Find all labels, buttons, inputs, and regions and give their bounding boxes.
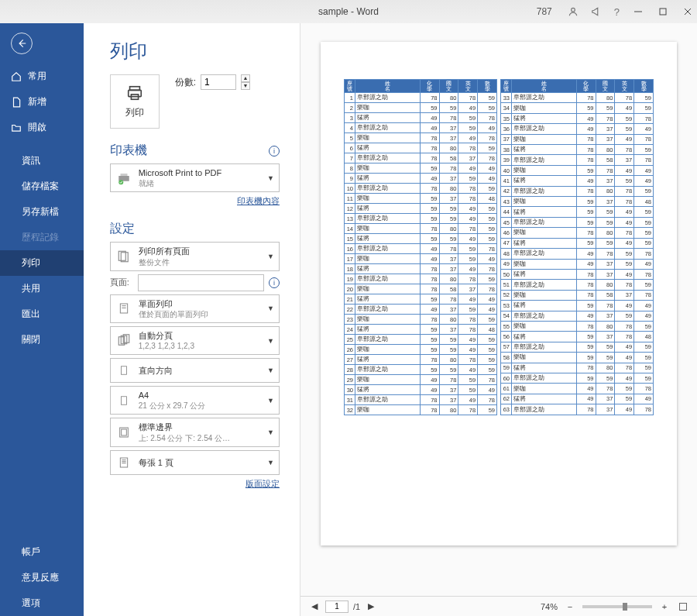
fit-page-button[interactable] — [677, 601, 689, 613]
paper-icon — [115, 392, 132, 409]
printer-properties-link[interactable]: 印表機內容 — [237, 196, 280, 205]
pages-per-sheet-icon — [115, 454, 132, 471]
printer-section-title: 印表機 — [110, 143, 147, 159]
zoom-slider[interactable] — [582, 605, 652, 608]
zoom-in-button[interactable]: + — [658, 601, 671, 613]
portrait-icon — [115, 362, 132, 379]
nav-print[interactable]: 列印 — [0, 250, 84, 276]
backstage-nav: 常用 新增 開啟 資訊 儲存檔案 另存新檔 歷程記錄 列印 共用 匯出 關閉 帳… — [0, 23, 84, 616]
nav-history[interactable]: 歷程記錄 — [0, 225, 84, 250]
maximize-button[interactable] — [657, 5, 669, 18]
title-bar: sample - Word 787 ? — [0, 0, 697, 23]
nav-export[interactable]: 匯出 — [0, 301, 84, 327]
preview-page: 座號姓名化學國文英文數學1阜部源之助788078592樂咖595949593猛將… — [321, 42, 677, 545]
next-page-button[interactable]: ▶ — [365, 601, 377, 613]
nav-open[interactable]: 開啟 — [0, 115, 84, 140]
print-which-dropdown[interactable]: 列印所有頁面整份文件 ▼ — [110, 242, 280, 270]
preview-table-left: 座號姓名化學國文英文數學1阜部源之助788078592樂咖595949593猛將… — [344, 79, 497, 415]
margins-icon — [115, 424, 132, 441]
print-panel: 列印 列印 份數: ▲▼ 印表機 i Microsoft Print to PD… — [84, 23, 300, 616]
svg-rect-27 — [680, 603, 687, 610]
nav-home[interactable]: 常用 — [0, 64, 84, 89]
single-side-icon — [115, 300, 132, 317]
printer-info-icon[interactable]: i — [269, 146, 280, 157]
nav-options[interactable]: 選項 — [0, 590, 84, 616]
print-preview: 座號姓名化學國文英文數學1阜部源之助788078592樂咖595949593猛將… — [300, 23, 697, 616]
printer-dropdown[interactable]: Microsoft Print to PDF就緒 ▼ — [110, 163, 280, 192]
minimize-button[interactable] — [632, 5, 644, 18]
svg-rect-13 — [120, 304, 127, 313]
nav-info[interactable]: 資訊 — [0, 148, 84, 174]
pages-info-icon[interactable]: i — [269, 277, 280, 288]
zoom-out-button[interactable]: − — [564, 601, 576, 613]
pages-input[interactable] — [138, 274, 264, 291]
nav-account[interactable]: 帳戶 — [0, 539, 84, 565]
preview-status-bar: ◀ /1 ▶ 74% − + — [300, 596, 697, 616]
collate-icon — [115, 332, 132, 349]
nav-feedback[interactable]: 意見反應 — [0, 565, 84, 590]
margins-dropdown[interactable]: 標準邊界上: 2.54 公分 下: 2.54 公… ▼ — [110, 418, 280, 446]
svg-rect-9 — [120, 174, 127, 176]
nav-saveas[interactable]: 另存新檔 — [0, 199, 84, 225]
nav-close[interactable]: 關閉 — [0, 327, 84, 353]
settings-section-title: 設定 — [110, 221, 135, 237]
sides-dropdown[interactable]: 單面列印僅於頁面的單面列印 ▼ — [110, 294, 280, 323]
sheets-dropdown[interactable]: 每張 1 頁 ▼ — [110, 450, 280, 475]
printer-ready-icon — [115, 170, 132, 187]
page-setup-link[interactable]: 版面設定 — [245, 479, 280, 488]
close-button[interactable] — [682, 5, 694, 18]
nav-save[interactable]: 儲存檔案 — [0, 174, 84, 199]
zoom-level: 74% — [541, 602, 558, 611]
copies-down[interactable]: ▼ — [241, 82, 250, 90]
window-title: sample - Word — [318, 6, 379, 17]
user-icon[interactable] — [568, 6, 579, 17]
preview-page-input[interactable] — [325, 601, 348, 613]
chevron-down-icon: ▼ — [267, 174, 274, 182]
svg-rect-19 — [121, 367, 126, 375]
orientation-dropdown[interactable]: 直向方向 ▼ — [110, 358, 280, 383]
paper-dropdown[interactable]: A421 公分 x 29.7 公分 ▼ — [110, 386, 280, 415]
title-number: 787 — [537, 6, 552, 17]
svg-point-0 — [571, 8, 575, 12]
printer-icon — [124, 84, 146, 102]
copies-input[interactable] — [201, 74, 236, 90]
svg-rect-22 — [121, 429, 126, 435]
nav-share[interactable]: 共用 — [0, 276, 84, 301]
back-button-wrap — [0, 23, 84, 64]
svg-rect-6 — [128, 90, 141, 96]
copies-label: 份數: — [175, 76, 196, 89]
back-button[interactable] — [11, 33, 33, 54]
svg-rect-20 — [121, 397, 126, 405]
svg-rect-23 — [120, 458, 127, 467]
print-button[interactable]: 列印 — [110, 74, 160, 129]
copies-up[interactable]: ▲ — [241, 74, 250, 82]
pages-icon — [115, 248, 132, 265]
help-icon[interactable]: ? — [614, 6, 620, 18]
pages-label: 頁面: — [110, 277, 133, 288]
collate-dropdown[interactable]: 自動分頁1,2,3 1,2,3 1,2,3 ▼ — [110, 326, 280, 355]
nav-new[interactable]: 新增 — [0, 89, 84, 115]
preview-table-right: 座號姓名化學國文英文數學33阜部源之助7880785934樂咖595949593… — [500, 79, 654, 415]
prev-page-button[interactable]: ◀ — [308, 601, 321, 613]
svg-rect-2 — [660, 9, 666, 15]
megaphone-icon[interactable] — [591, 6, 602, 17]
panel-title: 列印 — [110, 39, 280, 64]
preview-page-total: /1 — [353, 602, 360, 611]
